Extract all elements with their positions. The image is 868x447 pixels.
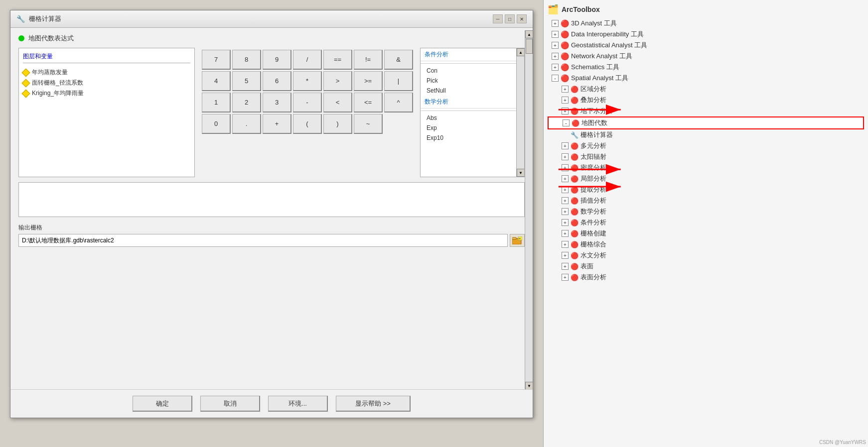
key-amp[interactable]: & xyxy=(384,50,413,70)
tree-surfaceanalysis[interactable]: + 🔴 表面分析 xyxy=(548,272,864,283)
tree-density[interactable]: + 🔴 密度分析 xyxy=(548,162,864,173)
tree-local[interactable]: + 🔴 局部分析 xyxy=(548,173,864,184)
expand-interpolation[interactable]: + xyxy=(562,197,569,204)
env-button[interactable]: 环境... xyxy=(268,396,328,412)
tree-rastersynth[interactable]: + 🔴 栅格综合 xyxy=(548,239,864,250)
tree-rastercalc[interactable]: 🔧 栅格计算器 xyxy=(548,129,864,140)
tree-conditional[interactable]: + 🔴 条件分析 xyxy=(548,217,864,228)
tree-rastercreate[interactable]: + 🔴 栅格创建 xyxy=(548,228,864,239)
tree-extract[interactable]: + 🔴 提取分析 xyxy=(548,184,864,195)
dialog-scrollbar[interactable]: ▲ ▼ xyxy=(525,30,533,390)
expand-local[interactable]: + xyxy=(562,175,569,182)
folder-browse-button[interactable]: + xyxy=(510,234,525,247)
expand-overlay[interactable]: + xyxy=(562,97,569,104)
output-input[interactable] xyxy=(18,234,508,247)
close-button[interactable]: ✕ xyxy=(517,14,527,23)
tree-network[interactable]: + 🔴 Network Analyst 工具 xyxy=(548,51,864,62)
tree-hydro[interactable]: + 🔴 水文分析 xyxy=(548,250,864,261)
expand-mapalgebra[interactable]: - xyxy=(563,119,570,126)
expand-spatial[interactable]: - xyxy=(552,75,559,82)
key-lte[interactable]: <= xyxy=(354,93,383,112)
func-con[interactable]: Con xyxy=(421,66,516,76)
key-neq[interactable]: != xyxy=(354,50,383,70)
key-pipe[interactable]: | xyxy=(384,71,413,91)
expand-multivariate[interactable]: + xyxy=(562,142,569,149)
key-multiply[interactable]: * xyxy=(293,71,322,91)
func-setnull[interactable]: SetNull xyxy=(421,86,516,96)
func-scrollbar[interactable]: ▲ ▼ xyxy=(516,48,524,177)
key-9[interactable]: 9 xyxy=(263,50,291,70)
expand-solar[interactable]: + xyxy=(562,153,569,160)
ok-button[interactable]: 确定 xyxy=(133,396,192,412)
tree-groundwater[interactable]: + 🔴 地下水分析 xyxy=(548,106,864,116)
dialog-scroll-down[interactable]: ▼ xyxy=(525,382,533,390)
expand-rastercreate[interactable]: + xyxy=(562,230,569,237)
key-lt[interactable]: < xyxy=(323,93,352,112)
key-plus[interactable]: + xyxy=(263,114,291,134)
minimize-button[interactable]: ─ xyxy=(493,14,503,23)
func-exp10[interactable]: Exp10 xyxy=(421,133,516,143)
tree-geo[interactable]: + 🔴 Geostatistical Analyst 工具 xyxy=(548,40,864,51)
tree-overlay[interactable]: + 🔴 叠加分析 xyxy=(548,95,864,106)
dialog-scroll-up[interactable]: ▲ xyxy=(525,30,533,38)
tree-math[interactable]: + 🔴 数学分析 xyxy=(548,206,864,217)
key-dot[interactable]: . xyxy=(232,114,261,134)
expand-3d[interactable]: + xyxy=(552,20,559,27)
key-5[interactable]: 5 xyxy=(232,71,261,91)
scroll-up-arrow[interactable]: ▲ xyxy=(517,48,525,56)
key-tilde[interactable]: ~ xyxy=(354,114,383,134)
key-2[interactable]: 2 xyxy=(232,93,261,112)
expand-rastersynth[interactable]: + xyxy=(562,241,569,248)
key-4[interactable]: 4 xyxy=(202,71,231,91)
expand-hydro[interactable]: + xyxy=(562,252,569,259)
expression-input[interactable] xyxy=(18,182,525,217)
expand-surface[interactable]: + xyxy=(562,263,569,270)
expand-surfaceanalysis[interactable]: + xyxy=(562,274,569,281)
key-gte[interactable]: >= xyxy=(354,71,383,91)
tree-spatial[interactable]: - 🔴 Spatial Analyst 工具 xyxy=(548,73,864,84)
key-eq[interactable]: == xyxy=(323,50,352,70)
expand-math[interactable]: + xyxy=(562,208,569,215)
key-rparen[interactable]: ) xyxy=(323,114,352,134)
key-7[interactable]: 7 xyxy=(202,50,231,70)
scroll-down-arrow[interactable]: ▼ xyxy=(517,169,525,177)
help-button[interactable]: 显示帮助 >> xyxy=(336,396,411,412)
key-1[interactable]: 1 xyxy=(202,93,231,112)
expand-network[interactable]: + xyxy=(552,53,559,60)
expand-density[interactable]: + xyxy=(562,164,569,171)
expand-zone[interactable]: + xyxy=(562,86,569,93)
key-gt[interactable]: > xyxy=(323,71,352,91)
cancel-button[interactable]: 取消 xyxy=(200,396,260,412)
expand-schematics[interactable]: + xyxy=(552,64,559,71)
tree-interpolation[interactable]: + 🔴 插值分析 xyxy=(548,195,864,206)
key-8[interactable]: 8 xyxy=(232,50,261,70)
key-caret[interactable]: ^ xyxy=(384,93,413,112)
tree-zone[interactable]: + 🔴 区域分析 xyxy=(548,84,864,95)
key-minus[interactable]: - xyxy=(293,93,322,112)
key-divide[interactable]: / xyxy=(293,50,322,70)
key-6[interactable]: 6 xyxy=(263,71,291,91)
func-pick[interactable]: Pick xyxy=(421,76,516,86)
expand-conditional[interactable]: + xyxy=(562,219,569,226)
dialog-scroll-thumb[interactable] xyxy=(526,39,533,54)
tree-multivariate[interactable]: + 🔴 多元分析 xyxy=(548,140,864,151)
expand-data[interactable]: + xyxy=(552,31,559,38)
maximize-button[interactable]: □ xyxy=(505,14,515,23)
key-3[interactable]: 3 xyxy=(263,93,291,112)
layer-item-1[interactable]: 面转栅格_径流系数 xyxy=(23,78,190,88)
tree-schematics[interactable]: + 🔴 Schematics 工具 xyxy=(548,62,864,73)
layer-item-2[interactable]: Kriging_年均降雨量 xyxy=(23,88,190,99)
tree-surface[interactable]: + 🔴 表面 xyxy=(548,261,864,272)
expand-groundwater[interactable]: + xyxy=(562,108,569,114)
tree-mapalgebra[interactable]: - 🔴 地图代数 xyxy=(548,116,864,129)
tree-3d-analyst[interactable]: + 🔴 3D Analyst 工具 xyxy=(548,18,864,29)
func-exp[interactable]: Exp xyxy=(421,123,516,133)
key-0[interactable]: 0 xyxy=(202,114,231,134)
tree-solar[interactable]: + 🔴 太阳辐射 xyxy=(548,151,864,162)
layer-item-0[interactable]: 年均蒸散发量 xyxy=(23,67,190,78)
expand-extract[interactable]: + xyxy=(562,186,569,193)
key-lparen[interactable]: ( xyxy=(293,114,322,134)
func-abs[interactable]: Abs xyxy=(421,113,516,123)
expand-geo[interactable]: + xyxy=(552,42,559,49)
tree-data-interop[interactable]: + 🔴 Data Interoperability 工具 xyxy=(548,29,864,40)
